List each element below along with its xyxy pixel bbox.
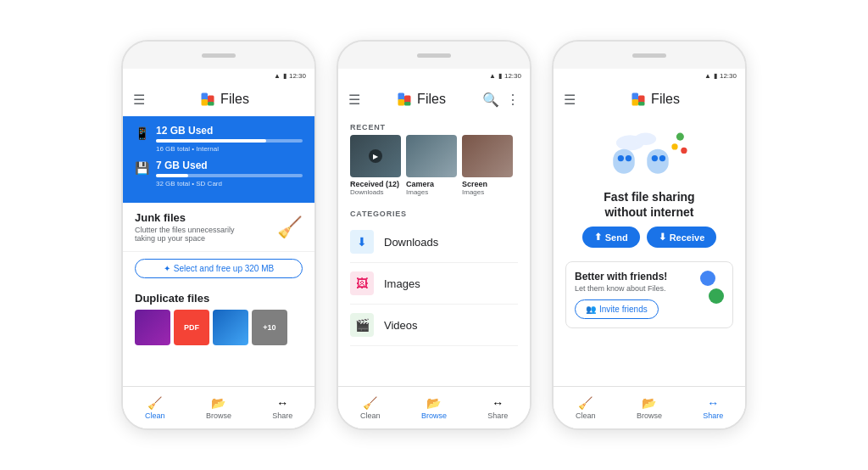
browse-icon-1: 📂 xyxy=(211,396,225,410)
nav-share-label-2: Share xyxy=(487,411,508,420)
menu-icon-3[interactable]: ☰ xyxy=(564,92,576,108)
phones-container: ▲ ▮ 12:30 ☰ Files xyxy=(104,23,764,447)
svg-rect-17 xyxy=(647,149,668,174)
friend-avatar-1 xyxy=(700,271,715,286)
menu-icon-1[interactable]: ☰ xyxy=(133,92,145,108)
category-name-images: Images xyxy=(384,277,420,290)
storage-sub-internal: 16 GB total • Internal xyxy=(156,145,303,153)
nav-clean-2[interactable]: 🧹 Clean xyxy=(338,387,402,428)
status-bar-1: ▲ ▮ 12:30 xyxy=(123,69,314,82)
storage-item-sd: 💾 7 GB Used 32 GB total • SD Card xyxy=(135,159,303,187)
duplicate-thumbs: PDF +10 xyxy=(135,310,303,345)
phone-speaker-1 xyxy=(202,53,236,58)
nav-browse-3[interactable]: 📂 Browse xyxy=(617,387,681,428)
category-images[interactable]: 🖼 Images xyxy=(350,263,518,305)
nav-clean-3[interactable]: 🧹 Clean xyxy=(554,387,617,428)
files-logo-3 xyxy=(631,92,646,107)
sharing-illustration xyxy=(607,125,692,184)
more-icon-2[interactable]: ⋮ xyxy=(506,92,520,108)
junk-card: Junk files Clutter the files unnecessari… xyxy=(123,203,314,252)
svg-rect-14 xyxy=(613,149,634,174)
recent-section-label: RECENT xyxy=(338,116,530,135)
recent-name-camera: Camera xyxy=(406,180,434,188)
bottom-nav-1: 🧹 Clean 📂 Browse ↔ Share xyxy=(123,386,314,428)
invite-label: Invite friends xyxy=(599,305,648,314)
app-header-title-3: Files xyxy=(576,92,735,107)
recent-item-received[interactable]: ▶ Received (12) Downloads xyxy=(350,135,401,196)
app-title-3: Files xyxy=(651,92,680,107)
recent-item-screen[interactable]: Screen Images xyxy=(462,135,513,196)
nav-browse-2[interactable]: 📂 Browse xyxy=(402,387,465,428)
category-videos[interactable]: 🎬 Videos xyxy=(350,305,518,346)
app-header-2: ☰ Files 🔍 ⋮ xyxy=(338,82,530,116)
free-up-button[interactable]: ✦ Select and free up 320 MB xyxy=(135,259,303,278)
app-title-1: Files xyxy=(220,92,249,107)
invite-button[interactable]: 👥 Invite friends xyxy=(575,299,659,319)
storage-bar-fill-internal xyxy=(156,139,266,143)
receive-button[interactable]: ⬇ Receive xyxy=(647,227,717,248)
duplicate-title: Duplicate files xyxy=(135,292,303,305)
signal-icon-1: ▲ xyxy=(274,72,281,80)
svg-rect-7 xyxy=(404,102,411,106)
storage-label-internal: 12 GB Used xyxy=(156,125,303,137)
share-icon-1: ↔ xyxy=(276,396,288,410)
send-label: Send xyxy=(605,232,628,243)
phone-speaker-2 xyxy=(417,53,451,58)
svg-rect-3 xyxy=(208,102,214,106)
categories-section-label: CATEGORIES xyxy=(338,203,530,221)
thumb-blue xyxy=(213,310,248,345)
svg-rect-10 xyxy=(632,99,639,106)
browse-icon-2: 📂 xyxy=(426,396,441,410)
receive-label: Receive xyxy=(670,232,705,243)
share-icon-2: ↔ xyxy=(492,396,504,410)
bottom-nav-3: 🧹 Clean 📂 Browse ↔ Share xyxy=(554,386,745,428)
thumb-pdf: PDF xyxy=(174,310,209,345)
app-header-title-2: Files xyxy=(360,92,482,107)
nav-share-label-3: Share xyxy=(703,411,723,420)
app-header-title-1: Files xyxy=(145,92,304,107)
nav-clean-1[interactable]: 🧹 Clean xyxy=(123,387,186,428)
recent-item-camera[interactable]: Camera Images xyxy=(406,135,457,196)
svg-rect-11 xyxy=(638,102,645,106)
storage-bar-sd xyxy=(156,174,303,177)
nav-clean-label-2: Clean xyxy=(360,411,381,420)
search-icon-2[interactable]: 🔍 xyxy=(482,92,499,108)
nav-share-3[interactable]: ↔ Share xyxy=(682,387,745,428)
status-icons-2: ▲ ▮ 12:30 xyxy=(489,72,521,80)
status-icons-3: ▲ ▮ 12:30 xyxy=(704,72,737,80)
nav-browse-label-1: Browse xyxy=(206,411,231,420)
battery-icon-3: ▮ xyxy=(714,72,717,80)
storage-item-internal: 📱 12 GB Used 16 GB total • Internal xyxy=(135,125,303,153)
nav-share-2[interactable]: ↔ Share xyxy=(466,387,530,428)
storage-bar-fill-sd xyxy=(156,174,188,177)
svg-point-20 xyxy=(676,133,684,141)
nav-browse-1[interactable]: 📂 Browse xyxy=(186,387,250,428)
phone-top-bar-1 xyxy=(123,42,314,69)
svg-rect-2 xyxy=(202,99,209,106)
app-screen-3: ☰ Files xyxy=(554,82,745,428)
friends-card-inner: Better with friends! Let them know about… xyxy=(575,271,724,319)
recent-sub-screen: Images xyxy=(462,188,484,196)
free-up-label: Select and free up 320 MB xyxy=(174,264,274,273)
recent-sub-camera: Images xyxy=(406,188,428,196)
thumb-more: +10 xyxy=(252,310,287,345)
phone-speaker-3 xyxy=(632,53,666,58)
recent-thumb-camera xyxy=(406,135,457,177)
category-downloads[interactable]: ⬇ Downloads xyxy=(350,221,518,263)
time-2: 12:30 xyxy=(504,72,521,80)
nav-share-1[interactable]: ↔ Share xyxy=(251,387,314,428)
menu-icon-2[interactable]: ☰ xyxy=(348,92,360,108)
app-header-1: ☰ Files xyxy=(123,82,314,116)
nav-clean-label-1: Clean xyxy=(145,411,165,420)
videos-icon: 🎬 xyxy=(350,313,374,337)
recent-thumbs: ▶ Received (12) Downloads Camera Images … xyxy=(338,135,530,203)
recent-thumb-received: ▶ xyxy=(350,135,401,177)
recent-sub-received: Downloads xyxy=(350,188,384,196)
time-3: 12:30 xyxy=(720,72,737,80)
bottom-nav-2: 🧹 Clean 📂 Browse ↔ Share xyxy=(338,386,530,428)
svg-point-16 xyxy=(626,155,632,161)
clean-icon-2: 🧹 xyxy=(363,396,377,410)
send-button[interactable]: ⬆ Send xyxy=(582,227,640,248)
battery-icon-1: ▮ xyxy=(283,72,287,80)
time-1: 12:30 xyxy=(289,72,306,80)
